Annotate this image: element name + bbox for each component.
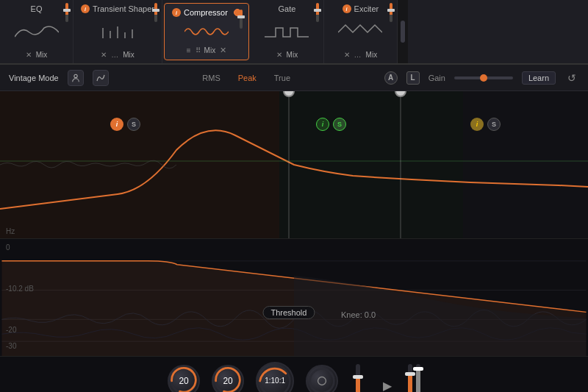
comp-menu-icon[interactable]: ≡ [187,46,191,54]
compressor-section: 0 -10.2 dB -20 -30 Threshold Knee: 0.0 [0,238,588,356]
mix-fader-right[interactable] [416,364,420,393]
band2-info-btn[interactable]: i [316,118,329,131]
comp-mix-label: Mix [204,46,216,54]
transient-bottom: ✕ … Mix [101,51,135,59]
attack-value: 20 [179,376,188,386]
gain-slider-container [454,76,513,79]
transient-close-icon[interactable]: ✕ [101,51,107,59]
band2-solo-btn[interactable]: S [333,118,346,131]
hz-label: Hz [6,227,15,235]
gate-mix-label: Mix [287,51,298,59]
svg-rect-8 [463,91,588,238]
knee-label: Knee: 0.0 [341,310,376,319]
a-button[interactable]: A [384,71,398,85]
exciter-waveform [338,22,382,43]
svg-rect-7 [279,91,463,238]
attack-control: 20 Attack [168,365,200,393]
release-knob[interactable]: 20 [212,365,244,393]
transient-info-icon: i [81,4,90,13]
mix-fader-right-thumb[interactable] [413,367,423,371]
plugin-bar-scroll[interactable] [398,0,408,63]
learn-button[interactable]: Learn [522,71,556,85]
control-bar: Vintage Mode RMS Peak True A L Gain Lear… [0,65,588,91]
vintage-person-icon[interactable] [68,70,84,86]
threshold-pill[interactable]: Threshold [262,306,315,319]
comp-controls-row: ≡ ⠿ Mix ✕ [182,46,231,55]
vintage-mode-label: Vintage Mode [9,74,59,82]
exciter-mix-label: Mix [366,51,378,59]
eq-waveform [15,22,59,43]
plugin-name-exciter: Exciter [354,4,379,13]
plugin-slot-compressor[interactable]: i Compressor ≡ ⠿ Mix ✕ [164,3,249,60]
svg-point-5 [74,74,77,77]
plugin-name-gate: Gate [278,4,295,13]
gain-slider-thumb[interactable] [480,74,487,82]
gate-waveform [265,22,309,43]
plugin-slot-exciter[interactable]: i Exciter ✕ … Mix [324,0,398,63]
eq-fader[interactable] [65,3,68,22]
mix-fader-left-fill [408,374,412,392]
comp-fader[interactable] [240,10,243,29]
peak-btn[interactable]: Peak [234,72,261,84]
ratio-value: 1:10:1 [265,377,285,385]
mix-fader-right-fill [416,368,420,392]
comp-dots-icon[interactable]: ⠿ [196,46,200,54]
plugin-bar: EQ ✕ Mix i Transient Shaper ✕ … Mix [0,0,588,65]
exciter-fader[interactable] [390,3,392,22]
gate-fader[interactable] [316,3,319,22]
fader1-fill [356,377,360,392]
comp-info-icon: i [172,8,181,17]
comp-close-icon[interactable]: ✕ [220,46,226,55]
mix-fader-control: Mix [408,364,420,393]
makeup-knob[interactable] [306,365,338,393]
transient-waveform [96,22,140,43]
exciter-bottom: ✕ … Mix [344,51,378,59]
plugin-name-compressor: Compressor [184,8,228,17]
eq-close-icon[interactable]: ✕ [26,51,32,59]
svg-point-23 [310,368,334,392]
play-button[interactable]: ▶ [379,377,396,393]
reset-button[interactable]: ↺ [564,71,579,85]
visualizer: i S i S i S Hz [0,91,588,238]
exciter-info-icon: i [343,4,351,13]
db-label-30: -30 [6,342,16,350]
svg-point-24 [318,377,326,385]
eq-mix-label: Mix [36,51,48,59]
mix-fader-left[interactable] [408,364,412,393]
band3-info-btn[interactable]: i [470,118,484,131]
fader1-track[interactable] [356,364,360,393]
person-svg [71,74,80,82]
plugin-slot-eq[interactable]: EQ ✕ Mix [0,0,74,63]
fader1-thumb[interactable] [353,375,363,379]
ratio-knob[interactable]: 1:10:1 [256,362,294,393]
svg-point-12 [284,91,294,96]
plugin-slot-gate[interactable]: Gate ✕ Mix [251,0,324,63]
fader1-control: -12.2 [350,364,367,393]
db-label-10: -10.2 dB [6,285,34,293]
threshold-label: Threshold [270,308,306,317]
ratio-control: 1:10:1 Ratio [256,362,294,393]
release-value: 20 [223,376,232,386]
band1-info-btn[interactable]: i [110,118,123,131]
mix-fader-left-thumb[interactable] [405,372,415,376]
band1-solo-btn[interactable]: S [127,118,140,131]
true-btn[interactable]: True [270,72,295,84]
transient-mix-label: Mix [123,51,135,59]
plugin-slot-transient[interactable]: i Transient Shaper ✕ … Mix [74,0,162,63]
transient-fader[interactable] [154,3,157,22]
curve-svg [96,74,105,82]
plugin-name-eq: EQ [31,4,43,13]
makeup-knob-arc [307,366,337,393]
vintage-curve-icon[interactable] [93,70,109,86]
attack-knob[interactable]: 20 [168,365,200,393]
rms-btn[interactable]: RMS [198,72,224,84]
db-label-20: -20 [6,326,16,334]
l-button[interactable]: L [406,71,420,85]
band3-solo-btn[interactable]: S [487,118,501,131]
svg-point-14 [395,91,406,96]
exciter-close-icon[interactable]: ✕ [344,51,350,59]
band3-controls: i S [470,118,501,131]
gain-slider[interactable] [454,76,513,79]
plugin-name-transient: Transient Shaper [93,4,154,13]
gate-close-icon[interactable]: ✕ [276,51,282,59]
